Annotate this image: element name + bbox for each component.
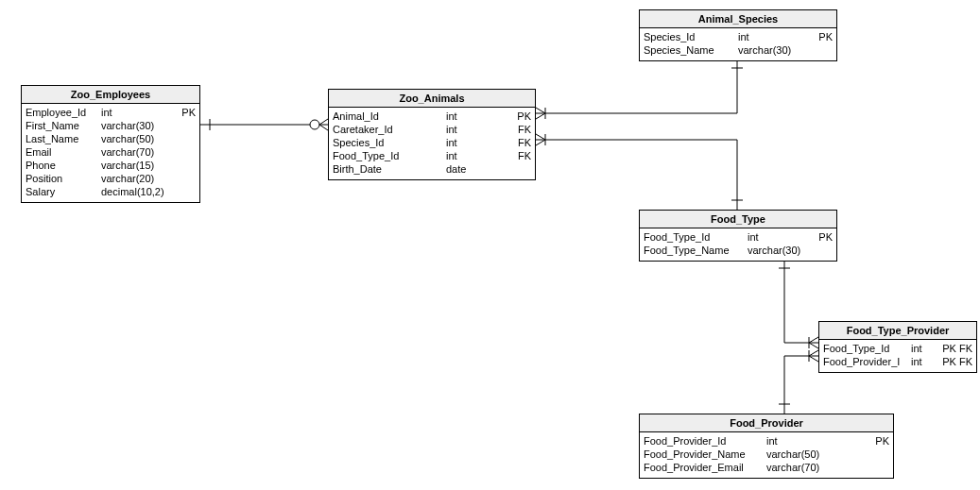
column-type: varchar(70) xyxy=(766,461,861,474)
column-name: Food_Provider_Id xyxy=(644,434,766,448)
column-name: Species_Id xyxy=(644,30,738,43)
column-key xyxy=(861,461,889,474)
column-name: Species_Name xyxy=(644,43,738,57)
entity-animal_species: Animal_SpeciesSpecies_IdintPKSpecies_Nam… xyxy=(639,9,837,61)
column-type: varchar(70) xyxy=(101,145,177,159)
column-type: int xyxy=(446,110,493,123)
column-name: Employee_Id xyxy=(26,106,101,119)
column-key xyxy=(177,119,196,132)
column-row: Food_Provider_Namevarchar(50) xyxy=(644,448,889,461)
column-name: Email xyxy=(26,145,101,159)
rel-foodtype-animals xyxy=(536,134,743,210)
column-key: FK xyxy=(493,123,531,136)
column-key xyxy=(493,162,531,176)
entity-columns: Food_Type_IdintPKFood_Type_Namevarchar(3… xyxy=(640,228,836,261)
column-type: int xyxy=(101,106,177,119)
entity-food_provider: Food_ProviderFood_Provider_IdintPKFood_P… xyxy=(639,414,894,479)
svg-line-15 xyxy=(536,140,545,145)
svg-point-2 xyxy=(310,120,319,129)
column-key: PK xyxy=(814,230,833,244)
column-row: Animal_IdintPK xyxy=(333,110,531,123)
column-type: int xyxy=(446,123,493,136)
column-row: Food_Provider_IdintPK xyxy=(644,434,889,448)
svg-line-14 xyxy=(536,134,545,140)
column-key: PK FK xyxy=(930,342,972,355)
column-type: varchar(30) xyxy=(738,43,814,57)
rel-employees-animals xyxy=(200,119,328,130)
entity-columns: Employee_IdintPKFirst_Namevarchar(30)Las… xyxy=(22,104,199,202)
column-type: varchar(30) xyxy=(101,119,177,132)
column-row: Phonevarchar(15) xyxy=(26,159,196,172)
column-row: First_Namevarchar(30) xyxy=(26,119,196,132)
rel-species-animals xyxy=(536,59,743,119)
column-name: First_Name xyxy=(26,119,101,132)
column-type: int xyxy=(911,342,930,355)
column-type: varchar(15) xyxy=(101,159,177,172)
column-row: Emailvarchar(70) xyxy=(26,145,196,159)
entity-zoo_employees: Zoo_EmployeesEmployee_IdintPKFirst_Namev… xyxy=(21,85,200,203)
column-name: Species_Id xyxy=(333,136,446,149)
column-name: Phone xyxy=(26,159,101,172)
column-type: varchar(30) xyxy=(748,244,814,257)
column-name: Food_Provider_I xyxy=(823,355,911,368)
column-name: Food_Type_Id xyxy=(823,342,911,355)
column-key xyxy=(177,185,196,198)
column-name: Food_Type_Name xyxy=(644,244,748,257)
entity-zoo_animals: Zoo_AnimalsAnimal_IdintPKCaretaker_Idint… xyxy=(328,89,536,180)
column-row: Birth_Datedate xyxy=(333,162,531,176)
column-key: FK xyxy=(493,136,531,149)
svg-line-9 xyxy=(536,113,545,119)
column-type: int xyxy=(748,230,814,244)
column-key xyxy=(814,43,833,57)
column-key xyxy=(177,159,196,172)
column-name: Salary xyxy=(26,185,101,198)
column-type: decimal(10,2) xyxy=(101,185,177,198)
column-row: Species_Namevarchar(30) xyxy=(644,43,833,57)
entity-columns: Food_Provider_IdintPKFood_Provider_Namev… xyxy=(640,432,893,478)
svg-line-21 xyxy=(809,343,818,348)
column-name: Food_Type_Id xyxy=(333,149,446,162)
rel-foodprovider-ftp xyxy=(779,350,818,414)
column-name: Animal_Id xyxy=(333,110,446,123)
column-key xyxy=(177,132,196,145)
entity-title: Food_Provider xyxy=(640,414,893,432)
column-name: Food_Provider_Name xyxy=(644,448,766,461)
entity-food_type_provider: Food_Type_ProviderFood_Type_IdintPK FKFo… xyxy=(818,321,977,373)
column-key xyxy=(177,145,196,159)
column-key: FK xyxy=(493,149,531,162)
entity-title: Zoo_Employees xyxy=(22,86,199,104)
column-row: Last_Namevarchar(50) xyxy=(26,132,196,145)
entity-title: Animal_Species xyxy=(640,10,836,28)
column-row: Food_Type_IdintFK xyxy=(333,149,531,162)
svg-line-8 xyxy=(536,108,545,113)
column-row: Positionvarchar(20) xyxy=(26,172,196,185)
column-key xyxy=(861,448,889,461)
column-key: PK xyxy=(177,106,196,119)
svg-line-27 xyxy=(809,356,818,362)
column-row: Caretaker_IdintFK xyxy=(333,123,531,136)
column-row: Employee_IdintPK xyxy=(26,106,196,119)
column-key: PK xyxy=(814,30,833,43)
column-type: varchar(50) xyxy=(101,132,177,145)
column-type: int xyxy=(911,355,930,368)
column-name: Food_Type_Id xyxy=(644,230,748,244)
column-name: Caretaker_Id xyxy=(333,123,446,136)
column-key xyxy=(814,244,833,257)
entity-food_type: Food_TypeFood_Type_IdintPKFood_Type_Name… xyxy=(639,210,837,262)
column-name: Last_Name xyxy=(26,132,101,145)
entity-columns: Food_Type_IdintPK FKFood_Provider_IintPK… xyxy=(819,340,976,372)
rel-foodtype-ftp xyxy=(779,259,818,348)
column-row: Salarydecimal(10,2) xyxy=(26,185,196,198)
column-key xyxy=(177,172,196,185)
entity-title: Zoo_Animals xyxy=(329,90,535,108)
column-key: PK xyxy=(493,110,531,123)
entity-columns: Animal_IdintPKCaretaker_IdintFKSpecies_I… xyxy=(329,108,535,179)
entity-title: Food_Type xyxy=(640,211,836,228)
column-type: int xyxy=(766,434,861,448)
svg-line-3 xyxy=(319,119,328,125)
svg-line-20 xyxy=(809,337,818,343)
column-type: int xyxy=(446,149,493,162)
column-type: date xyxy=(446,162,493,176)
column-key: PK xyxy=(861,434,889,448)
column-row: Food_Provider_IintPK FK xyxy=(823,355,972,368)
